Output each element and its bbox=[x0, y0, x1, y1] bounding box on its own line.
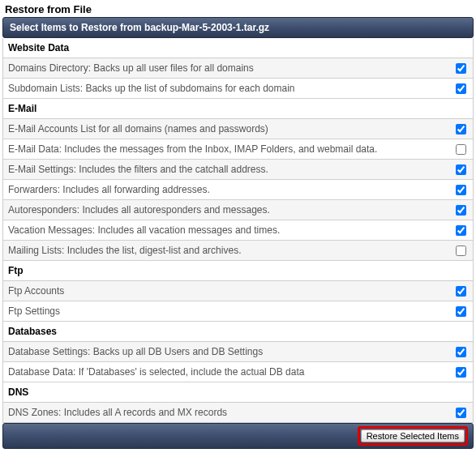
restore-item-label: Domains Directory: Backs up all user fil… bbox=[8, 62, 456, 74]
restore-item-row: Ftp Settings bbox=[3, 301, 473, 322]
section-header: Ftp bbox=[3, 261, 473, 281]
restore-item-row: Vacation Messages: Includes all vacation… bbox=[3, 220, 473, 241]
restore-item-label: Mailing Lists: Includes the list, digest… bbox=[8, 245, 456, 256]
button-bar: Restore Selected Items bbox=[2, 423, 474, 449]
restore-item-label: E-Mail Accounts List for all domains (na… bbox=[8, 123, 456, 135]
restore-item-label: Forwarders: Includes all forwarding addr… bbox=[8, 184, 456, 195]
restore-item-checkbox[interactable] bbox=[456, 367, 466, 378]
restore-item-label: Ftp Settings bbox=[8, 305, 456, 317]
restore-item-label: Subdomain Lists: Backs up the list of su… bbox=[8, 83, 456, 94]
restore-item-checkbox[interactable] bbox=[456, 144, 466, 155]
restore-item-label: Database Data: If 'Databases' is selecte… bbox=[8, 366, 456, 378]
section-header: Databases bbox=[3, 322, 473, 342]
restore-item-label: E-Mail Data: Includes the messages from … bbox=[8, 143, 456, 155]
restore-item-label: Autoresponders: Includes all autorespond… bbox=[8, 204, 456, 216]
restore-item-row: Ftp Accounts bbox=[3, 281, 473, 301]
restore-item-checkbox[interactable] bbox=[456, 164, 466, 175]
restore-item-row: Database Data: If 'Databases' is selecte… bbox=[3, 362, 473, 382]
restore-item-row: DNS Zones: Includes all A records and MX… bbox=[3, 403, 473, 423]
restore-item-checkbox[interactable] bbox=[456, 408, 466, 418]
restore-item-checkbox[interactable] bbox=[456, 185, 466, 195]
highlight-restore-button: Restore Selected Items bbox=[358, 426, 468, 446]
restore-items-list: Website DataDomains Directory: Backs up … bbox=[2, 38, 474, 423]
restore-item-row: Domains Directory: Backs up all user fil… bbox=[3, 58, 473, 79]
restore-item-row: E-Mail Data: Includes the messages from … bbox=[3, 139, 473, 160]
restore-item-row: Subdomain Lists: Backs up the list of su… bbox=[3, 79, 473, 99]
restore-item-row: Mailing Lists: Includes the list, digest… bbox=[3, 241, 473, 261]
restore-item-label: Vacation Messages: Includes all vacation… bbox=[8, 224, 456, 236]
banner-select-items: Select Items to Restore from backup-Mar-… bbox=[2, 17, 474, 38]
restore-selected-items-button[interactable]: Restore Selected Items bbox=[361, 429, 465, 442]
restore-item-checkbox[interactable] bbox=[456, 286, 466, 297]
restore-item-row: E-Mail Settings: Includes the filters an… bbox=[3, 160, 473, 180]
restore-item-label: Ftp Accounts bbox=[8, 285, 456, 297]
restore-item-row: E-Mail Accounts List for all domains (na… bbox=[3, 119, 473, 139]
restore-item-row: Autoresponders: Includes all autorespond… bbox=[3, 200, 473, 220]
restore-item-checkbox[interactable] bbox=[456, 124, 466, 135]
restore-item-label: E-Mail Settings: Includes the filters an… bbox=[8, 164, 456, 175]
restore-item-label: DNS Zones: Includes all A records and MX… bbox=[8, 407, 456, 418]
restore-item-checkbox[interactable] bbox=[456, 246, 466, 256]
restore-item-row: Forwarders: Includes all forwarding addr… bbox=[3, 180, 473, 200]
restore-item-checkbox[interactable] bbox=[456, 83, 466, 94]
section-header: E-Mail bbox=[3, 99, 473, 119]
section-header: DNS bbox=[3, 382, 473, 403]
restore-item-checkbox[interactable] bbox=[456, 347, 466, 357]
section-header: Website Data bbox=[3, 38, 473, 58]
restore-item-checkbox[interactable] bbox=[456, 205, 466, 216]
restore-item-label: Database Settings: Backs up all DB Users… bbox=[8, 346, 456, 357]
restore-item-checkbox[interactable] bbox=[456, 63, 466, 74]
restore-item-checkbox[interactable] bbox=[456, 225, 466, 236]
restore-item-row: Database Settings: Backs up all DB Users… bbox=[3, 342, 473, 362]
page-title: Restore from File bbox=[0, 0, 476, 17]
restore-item-checkbox[interactable] bbox=[456, 306, 466, 317]
